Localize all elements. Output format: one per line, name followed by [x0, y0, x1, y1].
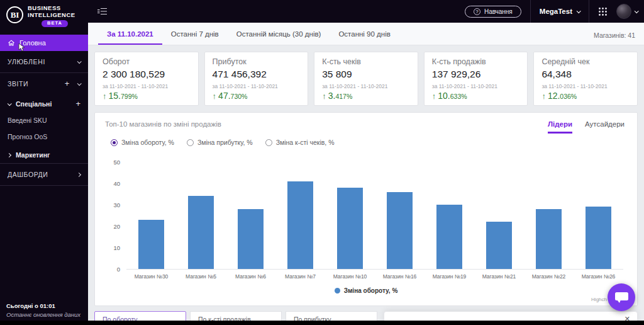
letterbox-strip [0, 321, 644, 325]
kpi-change-decimals: 417% [335, 93, 352, 100]
y-axis-label: 20 [113, 223, 120, 230]
bar-slot [375, 162, 425, 270]
kpi-row: Оборот2 300 180,529за 11-10-2021 - 11-10… [94, 52, 638, 106]
radio-label: Зміна прибутку, % [197, 139, 253, 146]
app-launcher-icon[interactable] [598, 7, 608, 16]
bar-label: Магазин №7 [275, 270, 325, 280]
account-menu[interactable]: MegaTest [540, 8, 580, 15]
kpi-change-value: 10. [438, 91, 450, 101]
add-report-icon[interactable]: + [65, 81, 70, 86]
legend-label: Зміна обороту, % [344, 287, 398, 294]
main-area: ? Навчання MegaTest За 11.10.2021Останні… [88, 0, 644, 325]
sidebar-section-favorites[interactable]: УЛЮБЛЕНІ [0, 51, 88, 72]
kpi-change-decimals: 799% [121, 93, 138, 100]
last-update-note: Останнє оновлення даних [6, 311, 82, 319]
sidebar-section-dashboards[interactable]: ДАШБОРДИ [0, 164, 88, 185]
user-menu[interactable] [616, 4, 638, 19]
bar[interactable] [188, 196, 214, 269]
collapse-menu-icon[interactable] [97, 7, 108, 16]
period-tab[interactable]: Останні 90 днів [330, 30, 399, 45]
kpi-change-decimals: 036% [560, 93, 577, 100]
bar-label: Магазин №19 [425, 270, 474, 280]
bar-label: Магазин №16 [375, 270, 425, 280]
kpi-change-value: 3. [328, 91, 336, 101]
bar-slot [226, 162, 275, 270]
y-axis-label: 30 [113, 202, 120, 208]
help-icon: ? [474, 8, 480, 15]
bar-column: Магазин №21 [474, 162, 524, 280]
training-button[interactable]: ? Навчання [465, 6, 521, 18]
chart-panel: Топ-10 магазинів по зміні продажів Лідер… [94, 112, 638, 306]
chevron-down-icon [8, 101, 12, 106]
favorites-label: УЛЮБЛЕНІ [8, 58, 74, 66]
mouse-cursor [18, 43, 26, 52]
bar-label: Магазин №26 [574, 270, 623, 280]
bar-column: Магазин №22 [524, 162, 574, 280]
kpi-title: К-сть чеків [322, 57, 410, 66]
sidebar-item-entered-sku[interactable]: Введені SKU [0, 112, 88, 128]
metric-radio[interactable]: Зміна прибутку, % [187, 139, 253, 146]
dashboards-label: ДАШБОРДИ [8, 171, 74, 178]
kpi-change-value: 15. [109, 91, 121, 101]
bar[interactable] [486, 222, 512, 269]
metric-radio[interactable]: Зміна к-сті чеків, % [265, 139, 335, 146]
training-label: Навчання [484, 8, 513, 15]
bar[interactable] [536, 209, 562, 269]
bar[interactable] [138, 220, 164, 269]
kpi-change-value: 12. [548, 91, 560, 101]
up-arrow-icon: ↑ [103, 91, 107, 101]
bar-label: Магазин №5 [176, 270, 226, 280]
radio-icon [187, 139, 194, 146]
bar-slot [425, 162, 474, 270]
period-tab-bar: За 11.10.2021Останні 7 днівОстанній міся… [88, 23, 644, 45]
bar-slot [524, 162, 574, 270]
bar-slot [275, 162, 325, 270]
period-tab[interactable]: Останні 7 днів [162, 30, 228, 45]
kpi-value: 2 300 180,529 [103, 69, 191, 80]
app-root: BI BUSINESS INTELLIGENCE BETA Головна УЛ… [0, 0, 644, 325]
period-tab[interactable]: Останній місяць (30 днів) [228, 30, 330, 45]
sidebar: BI BUSINESS INTELLIGENCE BETA Головна УЛ… [0, 0, 88, 325]
bar[interactable] [238, 209, 264, 269]
chart-tab[interactable]: Аутсайдери [585, 120, 625, 134]
add-special-icon[interactable]: + [75, 101, 80, 106]
chat-bubble-icon [615, 292, 628, 300]
kpi-change: ↑10.633% [432, 91, 520, 101]
special-label: Спеціальні [16, 100, 70, 108]
period-tab[interactable]: За 11.10.2021 [98, 30, 162, 45]
sidebar-item-marketing[interactable]: Маркетинг [0, 145, 88, 163]
kpi-change: ↑47.730% [213, 91, 301, 101]
sidebar-item-home[interactable]: Головна [0, 35, 88, 51]
legend-marker-icon [335, 288, 340, 294]
sidebar-section-reports[interactable]: ЗВІТИ + [0, 73, 88, 94]
chart-header: Топ-10 магазинів по зміні продажів Лідер… [105, 120, 627, 134]
bar[interactable] [586, 207, 611, 269]
kpi-change: ↑3.417% [322, 91, 410, 101]
brand-line2: INTELLIGENCE [28, 12, 75, 19]
chart-tab[interactable]: Лідери [548, 120, 572, 134]
chevron-right-icon [77, 173, 81, 177]
metric-radios: Зміна обороту, %Зміна прибутку, %Зміна к… [111, 139, 627, 146]
bar[interactable] [387, 192, 413, 269]
kpi-card: Прибуток471 456,392за 11-10-2021 - 11-10… [204, 52, 309, 106]
metric-radio[interactable]: Зміна обороту, % [111, 139, 174, 146]
kpi-period: за 11-10-2021 - 11-10-2021 [103, 83, 191, 89]
chat-button[interactable] [608, 283, 635, 311]
bar-label: Магазин №22 [524, 270, 574, 280]
bar-column: Магазин №30 [126, 162, 176, 280]
stores-count: Магазинів: 41 [594, 31, 635, 45]
sidebar-item-oos-forecast[interactable]: Прогноз OoS [0, 128, 88, 145]
chevron-down-icon [77, 81, 82, 86]
kpi-card: К-сть продажів137 929,26за 11-10-2021 - … [424, 52, 528, 106]
reports-label: ЗВІТИ [8, 80, 61, 88]
sidebar-item-special[interactable]: Спеціальні + [0, 94, 88, 112]
kpi-period: за 11-10-2021 - 11-10-2021 [432, 83, 520, 89]
chart-legend[interactable]: Зміна обороту, % [105, 287, 627, 303]
bar[interactable] [287, 181, 313, 269]
topbar: ? Навчання MegaTest [88, 0, 644, 23]
bar-chart: 01020304050 Магазин №30Магазин №5Магазин… [105, 162, 627, 280]
bar[interactable] [337, 188, 363, 269]
bar[interactable] [436, 205, 462, 269]
home-icon [8, 39, 15, 47]
bar-label: Магазин №6 [226, 270, 275, 280]
